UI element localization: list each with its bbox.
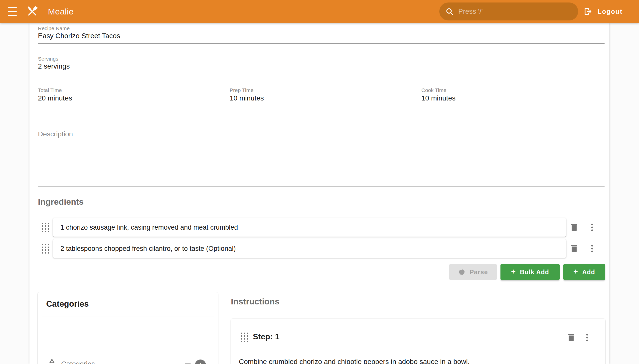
categories-select[interactable]: Categories xyxy=(61,360,95,364)
step-menu-button[interactable] xyxy=(582,332,593,344)
drag-handle[interactable] xyxy=(41,243,50,254)
apple-icon xyxy=(458,268,466,276)
categories-title: Categories xyxy=(46,299,89,309)
instructions-heading: Instructions xyxy=(231,297,280,306)
plus-icon: + xyxy=(198,361,203,364)
cook-time-input[interactable] xyxy=(421,94,605,106)
drag-handle[interactable] xyxy=(41,222,50,233)
parse-button[interactable]: Parse xyxy=(449,264,497,280)
kebab-menu-icon xyxy=(587,222,597,232)
delete-ingredient-button[interactable] xyxy=(569,242,580,254)
delete-ingredient-button[interactable] xyxy=(569,222,580,233)
trash-icon xyxy=(569,222,579,232)
ingredients-heading: Ingredients xyxy=(38,197,84,207)
ingredient-menu-button[interactable] xyxy=(587,222,597,233)
delete-step-button[interactable] xyxy=(566,332,577,344)
logout-button[interactable]: Logout xyxy=(581,4,624,18)
description-label: Description xyxy=(38,130,73,138)
servings-label: Servings xyxy=(38,56,58,62)
drag-handle[interactable] xyxy=(240,332,249,343)
trash-icon xyxy=(569,244,579,254)
instruction-step-card: Step: 1 Combine crumbled chorizo and chi… xyxy=(231,318,605,364)
recipe-name-label: Recipe Name xyxy=(38,26,70,32)
ingredient-input[interactable] xyxy=(53,239,566,258)
bulk-add-button[interactable]: + Bulk Add xyxy=(501,264,560,280)
step-title: Step: 1 xyxy=(253,332,280,341)
app-header: Mealie Logout xyxy=(0,0,639,23)
add-label: Add xyxy=(582,268,595,276)
prep-time-label: Prep Time xyxy=(230,87,254,93)
kebab-menu-icon xyxy=(587,244,597,254)
ingredient-row xyxy=(53,218,566,236)
plus-icon: + xyxy=(511,268,516,276)
parse-label: Parse xyxy=(470,268,488,276)
total-time-input[interactable] xyxy=(38,94,222,106)
recipe-name-input[interactable] xyxy=(38,32,604,44)
logout-label: Logout xyxy=(597,8,622,16)
ingredient-row xyxy=(53,239,566,258)
trash-icon xyxy=(566,332,576,342)
servings-input[interactable] xyxy=(38,62,604,74)
app-title: Mealie xyxy=(48,7,74,16)
logout-icon xyxy=(583,7,593,16)
ingredient-menu-button[interactable] xyxy=(587,242,597,254)
menu-icon[interactable] xyxy=(8,7,17,16)
add-ingredient-button[interactable]: + Add xyxy=(563,264,605,280)
search-box[interactable] xyxy=(439,2,578,20)
add-category-button[interactable]: + xyxy=(195,360,206,364)
search-icon xyxy=(445,7,454,16)
bulk-add-label: Bulk Add xyxy=(520,268,549,276)
kebab-menu-icon xyxy=(582,332,592,342)
cook-time-label: Cook Time xyxy=(421,87,446,93)
recipe-editor-card: Recipe Name Servings Total Time Prep Tim… xyxy=(30,23,609,364)
description-textarea[interactable] xyxy=(38,129,604,187)
plus-icon: + xyxy=(573,268,578,276)
divider xyxy=(42,316,214,316)
search-input[interactable] xyxy=(458,8,572,16)
prep-time-input[interactable] xyxy=(230,94,413,106)
mealie-logo-icon xyxy=(24,3,41,20)
step-text[interactable]: Combine crumbled chorizo and chipotle pe… xyxy=(239,356,593,364)
categories-card: Categories Categories + xyxy=(38,292,218,364)
shapes-icon xyxy=(46,358,58,364)
ingredient-input[interactable] xyxy=(53,218,566,236)
total-time-label: Total Time xyxy=(38,87,62,93)
